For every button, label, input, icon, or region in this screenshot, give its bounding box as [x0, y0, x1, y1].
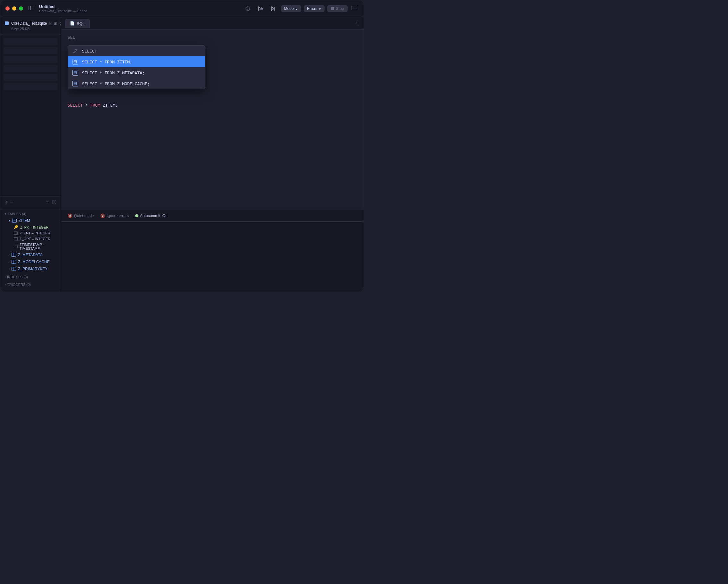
window-subtitle: CoreData_Test.sqlite — Edited [39, 9, 242, 13]
tab-sql[interactable]: 📄 SQL [65, 19, 90, 28]
query-from-kw: FROM [90, 103, 100, 108]
ac-item-z-metadata[interactable]: SELECT * FROM Z_METADATA; [68, 67, 205, 78]
ac-table-zmodelcache-icon [72, 81, 78, 86]
zpk-column-item[interactable]: 🔑 Z_PK – INTEGER [0, 224, 61, 230]
editor-prefix: SEL [68, 35, 357, 40]
mode-chevron-icon: ∨ [295, 6, 298, 11]
add-tab-button[interactable]: + [354, 20, 360, 27]
zopt-column-item[interactable]: Z_OPT – INTEGER [0, 236, 61, 242]
title-info: Untitled CoreData_Test.sqlite — Edited [39, 4, 242, 13]
quiet-mode-item[interactable]: 🔇 Quiet mode [68, 214, 94, 218]
zent-column-item[interactable]: Z_ENT – INTEGER [0, 230, 61, 236]
ac-table-zmetadata-icon [72, 70, 78, 76]
autocomplete-dropdown: SELECT SELECT * FROM ZITEM; [68, 45, 205, 89]
right-panel: 📄 SQL + SEL [61, 17, 364, 292]
file-row: CoreData_Test.sqlite ⎘ ⊞ ⊙ ••• [5, 21, 56, 26]
results-area[interactable] [61, 221, 364, 292]
z-primarykey-chevron-icon: › [9, 267, 9, 271]
ignore-errors-label: Ignore errors [107, 214, 129, 218]
zitem-chevron-icon: ▾ [9, 219, 10, 222]
ztimestamp-column-item[interactable]: ZTIMESTAMP – TIMESTAMP [0, 242, 61, 251]
query-star: * [85, 103, 90, 108]
z-modelcache-chevron-icon: › [9, 260, 9, 263]
z-metadata-label: Z_METADATA [18, 253, 43, 257]
triggers-label: TRIGGERS (0) [7, 283, 31, 286]
plus-minus-controls: + − [5, 199, 14, 205]
run-button[interactable] [268, 5, 279, 12]
ac-item-z-modelcache[interactable]: SELECT * FROM Z_MODELCACHE; [68, 78, 205, 89]
autocommit-item[interactable]: Autocommit: On [135, 214, 167, 218]
query-table-name: ZITEM; [103, 103, 118, 108]
errors-label: Errors [307, 6, 317, 11]
zpk-label: Z_PK – INTEGER [20, 225, 49, 229]
sidebar-toolbar: + − ≡ ⓘ [0, 197, 61, 208]
ac-zitem-label: SELECT * FROM ZITEM; [82, 60, 132, 64]
tree-area: ▾ TABLES (4) ▾ ZITEM ⚙ [0, 208, 61, 292]
col-icon-ztimestamp [14, 245, 18, 248]
close-button[interactable] [5, 6, 9, 10]
sidebar: CoreData_Test.sqlite ⎘ ⊞ ⊙ ••• Size: 25 … [0, 17, 61, 292]
errors-dropdown-button[interactable]: Errors ∨ [304, 5, 325, 12]
ac-item-zitem[interactable]: SELECT * FROM ZITEM; [68, 56, 205, 67]
sidebar-file-section: CoreData_Test.sqlite ⎘ ⊞ ⊙ ••• Size: 25 … [0, 17, 61, 35]
svg-rect-0 [28, 6, 30, 10]
z-metadata-chevron-icon: › [9, 253, 9, 256]
ac-select-label: SELECT [82, 49, 97, 53]
z-metadata-table-item[interactable]: › Z_METADATA ⚙ [0, 251, 61, 258]
ignore-errors-item[interactable]: 🔇 Ignore errors [100, 214, 129, 218]
layout-toggle-icon[interactable] [350, 4, 359, 13]
spacer-4 [3, 65, 58, 72]
tab-sql-label: SQL [77, 21, 85, 26]
file-name: CoreData_Test.sqlite [11, 21, 47, 26]
spacer-6 [3, 83, 58, 90]
triggers-section-header[interactable]: › TRIGGERS (0) [0, 281, 61, 288]
key-icon: 🔑 [14, 225, 18, 229]
run-explain-button[interactable] [255, 5, 266, 12]
zitem-table-icon [12, 219, 17, 223]
svg-marker-5 [259, 7, 261, 10]
sidebar-toggle-icon[interactable] [28, 6, 34, 11]
add-item-button[interactable]: + [5, 199, 8, 205]
file-grid-icon[interactable]: ⊞ [54, 21, 57, 26]
query-preview: SELECT * FROM ZITEM; [68, 103, 118, 108]
z-modelcache-table-item[interactable]: › Z_MODELCACHE ⚙ [0, 258, 61, 266]
svg-point-4 [248, 9, 248, 10]
triggers-section: › TRIGGERS (0) [0, 281, 61, 288]
spacer-5 [3, 74, 58, 81]
mode-dropdown-button[interactable]: Mode ∨ [281, 5, 301, 12]
mode-label: Mode [284, 6, 294, 11]
stop-icon [331, 7, 334, 10]
z-primarykey-table-icon [11, 267, 16, 271]
maximize-button[interactable] [19, 6, 23, 10]
remove-item-button[interactable]: − [10, 199, 13, 205]
tables-section-header[interactable]: ▾ TABLES (4) [0, 211, 61, 217]
info-view-icon[interactable]: ⓘ [52, 199, 56, 205]
z-metadata-table-icon [11, 253, 16, 257]
spacer-1 [3, 38, 58, 45]
triggers-chevron-icon: › [5, 283, 6, 286]
sidebar-bottom: + − ≡ ⓘ ▾ TABLES (4) [0, 197, 61, 292]
query-select-kw: SELECT [68, 103, 83, 108]
window-title: Untitled [39, 4, 242, 9]
sidebar-view-icons: ≡ ⓘ [46, 199, 56, 205]
stop-label: Stop [336, 6, 344, 11]
indexes-chevron-icon: › [5, 275, 6, 279]
ac-pen-icon [72, 48, 78, 54]
list-view-icon[interactable]: ≡ [46, 199, 49, 205]
tab-sql-icon: 📄 [70, 21, 75, 26]
ac-item-select[interactable]: SELECT [68, 46, 205, 56]
errors-chevron-icon: ∨ [318, 6, 321, 11]
main-content: CoreData_Test.sqlite ⎘ ⊞ ⊙ ••• Size: 25 … [0, 17, 364, 292]
ac-zmodelcache-label: SELECT * FROM Z_MODELCACHE; [82, 81, 150, 86]
file-copy-icon[interactable]: ⎘ [49, 21, 52, 26]
editor-area[interactable]: SEL SELECT [61, 30, 364, 210]
z-primarykey-table-item[interactable]: › Z_PRIMARYKEY ⚙ [0, 266, 61, 273]
stop-button[interactable]: Stop [327, 5, 348, 12]
zitem-table-item[interactable]: ▾ ZITEM ⚙ [0, 217, 61, 224]
indexes-section: › INDEXES (0) [0, 274, 61, 280]
debug-button[interactable] [242, 5, 253, 12]
indexes-section-header[interactable]: › INDEXES (0) [0, 274, 61, 280]
minimize-button[interactable] [12, 6, 16, 10]
col-icon-zopt [14, 237, 18, 241]
tab-bar: 📄 SQL + [61, 17, 364, 30]
